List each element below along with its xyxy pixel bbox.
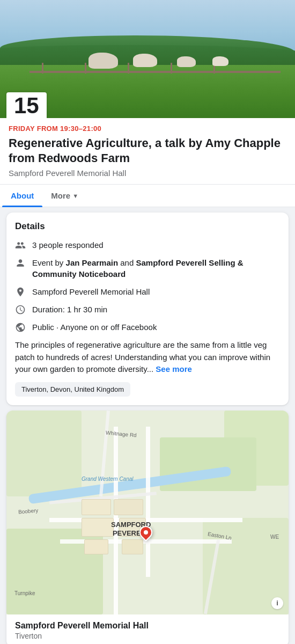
organizer-name-2: Sampford Peverell Selling & Community No… (32, 258, 244, 279)
people-icon (15, 240, 26, 251)
map-buildings-2 (114, 499, 143, 515)
cow-1 (88, 53, 118, 69)
pin-head (137, 523, 155, 541)
tab-more-arrow: ▼ (72, 193, 78, 199)
hero-image: 15 (0, 0, 295, 118)
tab-about[interactable]: About (2, 185, 42, 207)
person-icon (15, 258, 26, 268)
map-venue-name: Sampford Peverell Memorial Hall (15, 621, 280, 631)
cow-3 (177, 56, 196, 67)
event-title: Regenerative Agriculture, a talk by Amy … (9, 136, 286, 165)
map-road-vertical-2 (146, 427, 150, 577)
duration-text: Duration: 1 hr 30 min (32, 304, 280, 315)
pin-dot (144, 530, 148, 535)
detail-row-location: Sampford Peverell Memorial Hall (15, 286, 280, 297)
fence-decoration (30, 71, 281, 73)
detail-row-privacy: Public · Anyone on or off Facebook (15, 321, 280, 333)
detail-row-people: 3 people responded (15, 239, 280, 251)
map-label-we: WE (270, 534, 279, 540)
map-field-1 (6, 411, 82, 496)
map-view[interactable]: Whitnage Rd Grand Western Canal Boobery … (6, 411, 289, 614)
see-more-link[interactable]: See more (156, 364, 192, 374)
map-buildings-5 (84, 539, 108, 554)
detail-row-duration: Duration: 1 hr 30 min (15, 304, 280, 315)
cow-4 (212, 56, 228, 66)
clock-icon (15, 304, 26, 315)
map-label-canal: Grand Western Canal (82, 476, 134, 482)
map-label-turnpike: Turnpike (14, 590, 35, 596)
map-venue-city: Tiverton (15, 632, 280, 640)
details-title: Details (15, 221, 280, 232)
event-info-section: FRIDAY FROM 19:30–21:00 Regenerative Agr… (0, 118, 295, 185)
detail-row-organizer: Event by Jan Pearmain and Sampford Pever… (15, 257, 280, 280)
map-buildings-3 (82, 518, 114, 537)
privacy-text: Public · Anyone on or off Facebook (32, 321, 280, 333)
organizer-text: Event by Jan Pearmain and Sampford Pever… (32, 257, 280, 280)
date-badge: 15 (6, 92, 47, 118)
date-number: 15 (14, 94, 39, 117)
location-text: Sampford Peverell Memorial Hall (32, 286, 280, 297)
globe-icon (15, 322, 26, 333)
tabs-bar: About More ▼ (0, 185, 295, 207)
map-location-pin (139, 526, 152, 539)
map-card: Whitnage Rd Grand Western Canal Boobery … (6, 411, 289, 645)
event-time: FRIDAY FROM 19:30–21:00 (9, 125, 286, 133)
event-description: The principles of regenerative agricultu… (15, 339, 280, 376)
map-footer: Sampford Peverell Memorial Hall Tiverton (6, 614, 289, 645)
map-buildings-6 (122, 539, 143, 554)
map-info-button[interactable]: i (271, 597, 283, 609)
people-responded-text: 3 people responded (32, 239, 280, 251)
event-venue: Sampford Peverell Memorial Hall (9, 169, 286, 178)
map-buildings-1 (82, 499, 111, 515)
location-pin-icon (15, 287, 26, 297)
cow-2 (133, 54, 157, 67)
location-tag[interactable]: Tiverton, Devon, United Kingdom (15, 382, 130, 397)
organizer-name-1: Jan Pearmain (66, 258, 119, 267)
details-card: Details 3 people responded Event by Jan … (6, 213, 289, 405)
tab-more[interactable]: More ▼ (42, 185, 87, 207)
